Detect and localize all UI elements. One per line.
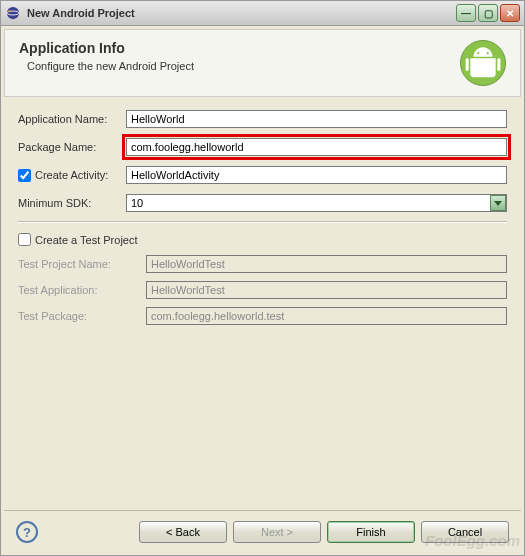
wizard-header: Application Info Configure the new Andro… [4,29,521,97]
close-button[interactable]: ✕ [500,4,520,22]
create-activity-input[interactable] [126,166,507,184]
create-activity-checkbox[interactable] [18,169,31,182]
create-activity-label: Create Activity: [35,169,108,181]
package-name-label: Package Name: [18,141,126,153]
cancel-button[interactable]: Cancel [421,521,509,543]
back-button[interactable]: < Back [139,521,227,543]
minimum-sdk-dropdown-button[interactable] [490,195,506,211]
svg-point-0 [7,7,19,19]
test-project-name-label: Test Project Name: [18,258,146,270]
svg-point-2 [8,10,10,12]
test-application-label: Test Application: [18,284,146,296]
test-application-input [146,281,507,299]
window-title: New Android Project [27,7,456,19]
maximize-button[interactable]: ▢ [478,4,498,22]
section-divider [18,221,507,223]
package-name-input[interactable] [126,138,507,156]
test-project-name-input [146,255,507,273]
minimum-sdk-label: Minimum SDK: [18,197,126,209]
create-test-project-checkbox[interactable] [18,233,31,246]
package-name-highlight [122,134,511,160]
android-icon [460,40,506,86]
create-test-project-label: Create a Test Project [35,234,138,246]
test-package-label: Test Package: [18,310,146,322]
finish-button[interactable]: Finish [327,521,415,543]
wizard-footer: ? < Back Next > Finish Cancel [4,510,521,549]
application-name-input[interactable] [126,110,507,128]
minimum-sdk-input[interactable] [126,194,507,212]
next-button: Next > [233,521,321,543]
application-name-label: Application Name: [18,113,126,125]
eclipse-icon [5,5,21,21]
test-package-input [146,307,507,325]
titlebar[interactable]: New Android Project — ▢ ✕ [0,0,525,26]
help-button[interactable]: ? [16,521,38,543]
header-subtitle: Configure the new Android Project [27,60,460,72]
header-title: Application Info [19,40,460,56]
minimize-button[interactable]: — [456,4,476,22]
